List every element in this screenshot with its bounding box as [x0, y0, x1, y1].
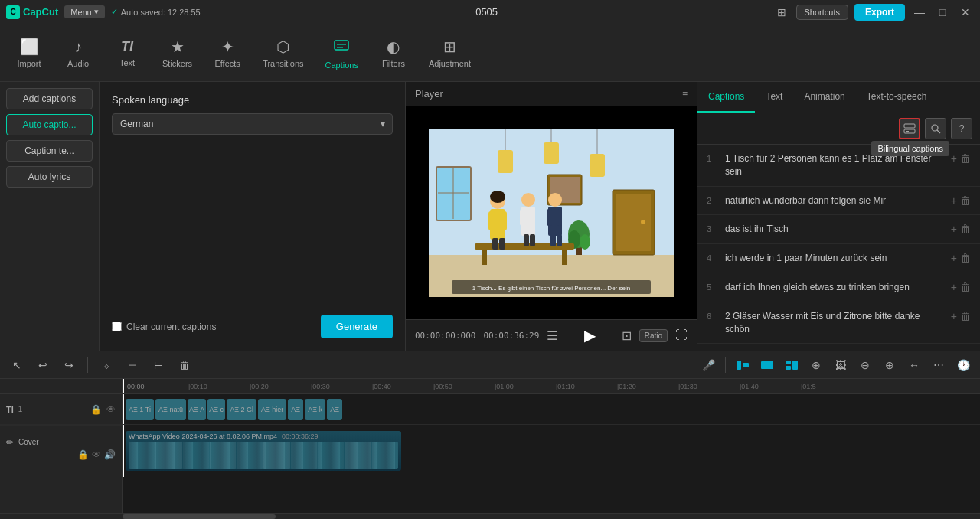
tab-text-to-speech[interactable]: Text-to-speech — [856, 82, 938, 113]
ratio-button[interactable]: Ratio — [639, 329, 668, 342]
caption-add-icon-1[interactable]: + — [951, 152, 957, 165]
caption-eye-icon[interactable]: 👁 — [106, 404, 116, 415]
trim-left-tool[interactable]: ⊣ — [122, 354, 143, 376]
tool-adjustment[interactable]: ⊞ Adjustment — [420, 33, 480, 73]
video-clip-main[interactable]: WhatsApp Video 2024-04-26 at 8.02.06 PM.… — [126, 431, 401, 471]
dots-tool[interactable]: ⋯ — [928, 354, 949, 376]
autosave-check-icon: ✓ — [111, 7, 118, 17]
caption-text-3[interactable]: das ist ihr Tisch — [725, 223, 945, 236]
caption-delete-icon-3[interactable]: 🗑 — [960, 223, 971, 235]
video-lock-icon[interactable]: 🔒 — [77, 449, 89, 460]
tool-import[interactable]: ⬜ Import — [6, 33, 52, 73]
menu-button[interactable]: Menu ▾ — [64, 5, 105, 18]
timeline-tool-4[interactable]: ⊕ — [805, 354, 827, 376]
auto-captions-button[interactable]: Auto captio... — [6, 114, 93, 135]
undo-tool[interactable]: ↩ — [32, 354, 54, 376]
timeline-tool-3[interactable] — [781, 354, 802, 376]
tab-animation[interactable]: Animation — [793, 82, 855, 113]
caption-add-icon-2[interactable]: + — [951, 194, 957, 207]
tool-text[interactable]: TI Text — [104, 34, 150, 72]
fullscreen-icon[interactable]: ⛶ — [675, 328, 688, 342]
split-tool[interactable]: ⬦ — [96, 354, 117, 376]
caption-add-icon-5[interactable]: + — [951, 281, 957, 293]
caption-clip-6[interactable]: AΞ hier — [258, 399, 286, 420]
caption-add-icon-3[interactable]: + — [951, 223, 957, 235]
microphone-tool[interactable]: 🎤 — [697, 354, 719, 376]
play-button[interactable]: ▶ — [584, 326, 596, 344]
caption-delete-icon-1[interactable]: 🗑 — [960, 152, 971, 165]
auto-lyrics-button[interactable]: Auto lyrics — [6, 166, 93, 188]
svg-rect-43 — [557, 209, 562, 226]
tool-audio[interactable]: ♪ Audio — [55, 34, 101, 73]
player-menu-icon[interactable]: ≡ — [682, 89, 688, 100]
caption-template-button[interactable]: Caption te... — [6, 140, 93, 162]
search-captions-button[interactable] — [925, 118, 946, 139]
tab-text[interactable]: Text — [755, 82, 793, 113]
svg-rect-59 — [792, 361, 798, 370]
tool-captions[interactable]: Captions — [316, 32, 368, 74]
caption-text-4[interactable]: ich werde in 1 paar Minuten zurück sein — [725, 252, 945, 265]
language-select[interactable]: German English French Spanish — [112, 113, 393, 135]
tool-transitions[interactable]: ⬡ Transitions — [253, 33, 312, 73]
spoken-language-label: Spoken language — [112, 94, 393, 106]
shortcuts-button[interactable]: Shortcuts — [796, 5, 848, 20]
caption-text-2[interactable]: natürlich wunderbar dann folgen sie Mir — [725, 194, 945, 207]
clock-tool[interactable]: 🕐 — [952, 354, 974, 376]
fit-tool[interactable]: ↔ — [903, 354, 925, 376]
select-tool[interactable]: ↖ — [6, 354, 28, 376]
redo-tool[interactable]: ↪ — [58, 354, 80, 376]
caption-add-icon-4[interactable]: + — [951, 252, 957, 264]
timeline-tool-5[interactable]: 🖼 — [830, 354, 851, 376]
grid-icon[interactable]: ⊞ — [773, 4, 790, 21]
delete-tool[interactable]: 🗑 — [174, 354, 195, 376]
caption-text-1[interactable]: 1 Tisch für 2 Personen kann es 1 Platz a… — [725, 152, 945, 178]
stickers-icon: ★ — [171, 38, 185, 56]
export-button[interactable]: Export — [854, 4, 905, 21]
caption-text-6[interactable]: 2 Gläser Wasser mit Eis und Zitrone bitt… — [725, 310, 945, 336]
caption-text-5[interactable]: darf ich Ihnen gleich etwas zu trinken b… — [725, 281, 945, 294]
video-audio-icon[interactable]: 🔊 — [104, 449, 116, 460]
caption-actions-5: + 🗑 — [951, 281, 971, 293]
tool-effects[interactable]: ✦ Effects — [204, 33, 250, 73]
maximize-icon[interactable]: □ — [934, 4, 951, 21]
tool-filters[interactable]: ◐ Filters — [371, 33, 416, 73]
timeline-tool-2[interactable] — [756, 354, 778, 376]
playhead-video — [122, 425, 124, 477]
caption-clip-9[interactable]: AΞ — [327, 399, 342, 420]
tool-stickers[interactable]: ★ Stickers — [153, 33, 201, 73]
timeline-toolbar: ↖ ↩ ↪ ⬦ ⊣ ⊢ 🗑 🎤 ⊕ 🖼 ⊖ ⊕ ↔ ⋯ 🕐 — [0, 351, 980, 379]
video-eye-icon[interactable]: 👁 — [92, 449, 101, 460]
zoom-out-tool[interactable]: ⊖ — [854, 354, 876, 376]
caption-add-icon-6[interactable]: + — [951, 310, 957, 322]
help-button[interactable]: ? — [951, 118, 972, 139]
caption-lock-icon[interactable]: 🔒 — [90, 404, 102, 415]
caption-clip-1[interactable]: AΞ 1 Ti — [126, 399, 154, 420]
tab-captions[interactable]: Captions — [697, 82, 755, 113]
caption-clip-7[interactable]: AΞ — [288, 399, 303, 420]
caption-clip-4[interactable]: AΞ c — [207, 399, 225, 420]
zoom-in-tool[interactable]: ⊕ — [879, 354, 900, 376]
fit-icon[interactable]: ⊡ — [622, 328, 632, 343]
caption-clip-5[interactable]: AΞ 2 Gl — [227, 399, 256, 420]
edit-track-icon[interactable]: ✏ — [6, 437, 14, 448]
clear-captions-checkbox[interactable] — [112, 322, 122, 331]
clear-captions-checkbox-label[interactable]: Clear current captions — [112, 322, 216, 332]
timeline-scrollbar[interactable] — [0, 513, 980, 519]
caption-delete-icon-5[interactable]: 🗑 — [960, 281, 971, 293]
generate-button[interactable]: Generate — [321, 315, 393, 338]
scrollbar-thumb[interactable] — [122, 514, 276, 519]
caption-delete-icon-4[interactable]: 🗑 — [960, 252, 971, 264]
caption-delete-icon-2[interactable]: 🗑 — [960, 194, 971, 207]
caption-clip-3[interactable]: AΞ A — [188, 399, 206, 420]
ruler-marks: 00:00 |00:10 |00:20 |00:30 |00:40 |00:50… — [126, 383, 977, 390]
caption-delete-icon-6[interactable]: 🗑 — [960, 310, 971, 322]
trim-right-tool[interactable]: ⊢ — [148, 354, 169, 376]
timeline-tool-1[interactable] — [732, 354, 753, 376]
bilingual-captions-button[interactable] — [899, 118, 920, 139]
caption-clip-2[interactable]: AΞ natü — [155, 399, 186, 420]
add-captions-button[interactable]: Add captions — [6, 88, 93, 109]
caption-clip-8[interactable]: AΞ k — [305, 399, 325, 420]
list-icon[interactable]: ☰ — [547, 328, 557, 343]
minimize-icon[interactable]: — — [911, 4, 928, 21]
close-icon[interactable]: ✕ — [957, 4, 974, 21]
